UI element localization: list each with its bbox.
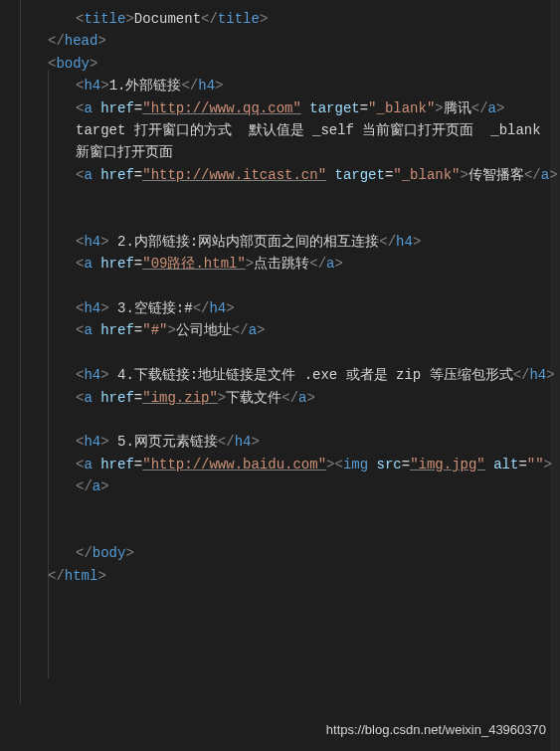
code-line: </html> (20, 565, 560, 587)
code-line: </head> (20, 30, 560, 52)
blank-line (20, 498, 560, 520)
blank-line (20, 209, 560, 231)
code-editor[interactable]: <title>Document</title> </head> <body> <… (0, 0, 560, 587)
blank-line (20, 186, 560, 208)
blank-line (20, 520, 560, 542)
code-line: target 打开窗口的方式 默认值是 _self 当前窗口打开页面 _blan… (20, 119, 560, 164)
code-line: <title>Document</title> (20, 8, 560, 30)
code-line: <a href="http://www.itcast.cn" target="_… (20, 164, 560, 186)
code-line: <a href="09路径.html">点击跳转</a> (20, 253, 560, 275)
code-line: <a href="img.zip">下载文件</a> (20, 387, 560, 409)
code-line: <h4> 4.下载链接:地址链接是文件 .exe 或者是 zip 等压缩包形式<… (20, 364, 560, 386)
code-line: <a href="#">公司地址</a> (20, 319, 560, 341)
watermark: https://blog.csdn.net/weixin_43960370 (326, 720, 546, 741)
blank-line (20, 342, 560, 364)
code-line: <h4> 5.网页元素链接</h4> (20, 431, 560, 453)
code-line: <body> (20, 53, 560, 75)
blank-line (20, 409, 560, 431)
code-line: <h4> 3.空链接:#</h4> (20, 297, 560, 319)
code-line: <h4>1.外部链接</h4> (20, 75, 560, 96)
code-line: <a href="http://www.qq.com" target="_bla… (20, 97, 560, 119)
code-line: <h4> 2.内部链接:网站内部页面之间的相互连接</h4> (20, 231, 560, 253)
code-line: </body> (20, 542, 560, 564)
blank-line (20, 276, 560, 297)
code-line: <a href="http://www.baidu.com"><img src=… (20, 454, 560, 498)
